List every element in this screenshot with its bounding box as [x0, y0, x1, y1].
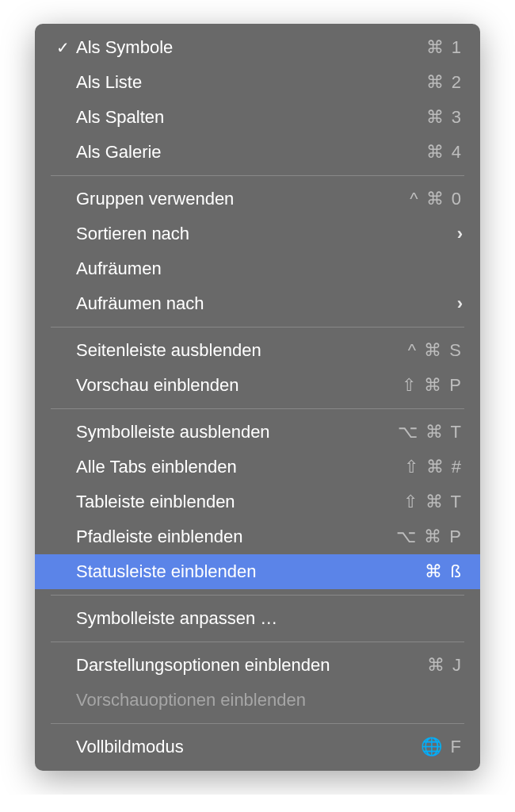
keyboard-shortcut: ⌘ J — [427, 655, 463, 676]
menu-item-customize-toolbar[interactable]: Symbolleiste anpassen … — [35, 601, 480, 636]
menu-item-show-all-tabs[interactable]: Alle Tabs einblenden ⇧ ⌘ # — [35, 450, 480, 485]
menu-separator — [51, 595, 464, 596]
menu-item-label: Als Symbole — [74, 37, 426, 58]
menu-item-use-groups[interactable]: Gruppen verwenden ^ ⌘ 0 — [35, 182, 480, 216]
keyboard-shortcut: ⌘ 4 — [426, 142, 463, 163]
keyboard-shortcut: ⌥ ⌘ T — [398, 422, 463, 442]
menu-item-label: Tableiste einblenden — [74, 492, 403, 512]
menu-item-label: Vorschauoptionen einblenden — [74, 690, 463, 710]
keyboard-shortcut: ^ ⌘ 0 — [410, 189, 463, 209]
keyboard-shortcut: ⌘ ß — [425, 561, 463, 582]
menu-item-show-view-options[interactable]: Darstellungsoptionen einblenden ⌘ J — [35, 648, 480, 683]
menu-item-label: Gruppen verwenden — [74, 189, 410, 209]
chevron-right-icon: › — [457, 224, 463, 244]
menu-separator — [51, 327, 464, 327]
menu-item-label: Vollbildmodus — [74, 737, 421, 757]
menu-item-show-preview-options: Vorschauoptionen einblenden — [35, 683, 480, 718]
keyboard-shortcut: ⇧ ⌘ # — [404, 457, 463, 477]
menu-item-label: Alle Tabs einblenden — [74, 457, 404, 477]
menu-item-label: Seitenleiste ausblenden — [74, 340, 408, 361]
keyboard-shortcut: 🌐 F — [421, 737, 463, 757]
menu-item-view-as-list[interactable]: Als Liste ⌘ 2 — [35, 65, 480, 100]
keyboard-shortcut: ^ ⌘ S — [408, 340, 463, 361]
keyboard-shortcut: ⇧ ⌘ T — [403, 492, 463, 512]
keyboard-shortcut: ⌥ ⌘ P — [396, 527, 463, 547]
menu-item-show-path-bar[interactable]: Pfadleiste einblenden ⌥ ⌘ P — [35, 519, 480, 554]
menu-separator — [51, 408, 464, 409]
chevron-right-icon: › — [457, 293, 463, 314]
menu-item-label: Vorschau einblenden — [74, 375, 402, 396]
menu-item-label: Statusleiste einblenden — [74, 561, 425, 582]
menu-item-clean-up[interactable]: Aufräumen — [35, 251, 480, 286]
menu-item-hide-sidebar[interactable]: Seitenleiste ausblenden ^ ⌘ S — [35, 333, 480, 368]
menu-item-hide-toolbar[interactable]: Symbolleiste ausblenden ⌥ ⌘ T — [35, 415, 480, 450]
keyboard-shortcut: ⌘ 3 — [426, 107, 463, 128]
menu-separator — [51, 175, 464, 176]
menu-item-label: Symbolleiste ausblenden — [74, 422, 398, 442]
menu-separator — [51, 723, 464, 724]
menu-item-label: Als Spalten — [74, 107, 426, 128]
menu-item-sort-by[interactable]: Sortieren nach › — [35, 216, 480, 251]
menu-item-label: Als Galerie — [74, 142, 426, 163]
menu-item-label: Aufräumen nach — [74, 293, 457, 314]
menu-item-clean-up-by[interactable]: Aufräumen nach › — [35, 286, 480, 321]
menu-item-label: Als Liste — [74, 72, 426, 93]
keyboard-shortcut: ⌘ 2 — [426, 72, 463, 93]
menu-item-show-tab-bar[interactable]: Tableiste einblenden ⇧ ⌘ T — [35, 485, 480, 519]
menu-item-label: Symbolleiste anpassen … — [74, 608, 463, 629]
menu-item-label: Sortieren nach — [74, 224, 457, 244]
menu-item-label: Aufräumen — [74, 259, 463, 279]
keyboard-shortcut: ⇧ ⌘ P — [402, 375, 463, 396]
menu-item-show-status-bar[interactable]: Statusleiste einblenden ⌘ ß — [35, 554, 480, 589]
menu-item-label: Darstellungsoptionen einblenden — [74, 655, 427, 676]
context-menu: ✓ Als Symbole ⌘ 1 Als Liste ⌘ 2 Als Spal… — [35, 24, 480, 771]
menu-item-view-as-gallery[interactable]: Als Galerie ⌘ 4 — [35, 135, 480, 170]
menu-item-view-as-icons[interactable]: ✓ Als Symbole ⌘ 1 — [35, 30, 480, 65]
menu-item-show-preview[interactable]: Vorschau einblenden ⇧ ⌘ P — [35, 368, 480, 403]
menu-item-view-as-columns[interactable]: Als Spalten ⌘ 3 — [35, 100, 480, 135]
menu-item-label: Pfadleiste einblenden — [74, 527, 396, 547]
check-icon: ✓ — [51, 38, 74, 57]
menu-separator — [51, 642, 464, 642]
keyboard-shortcut: ⌘ 1 — [426, 37, 463, 58]
menu-item-enter-full-screen[interactable]: Vollbildmodus 🌐 F — [35, 730, 480, 764]
